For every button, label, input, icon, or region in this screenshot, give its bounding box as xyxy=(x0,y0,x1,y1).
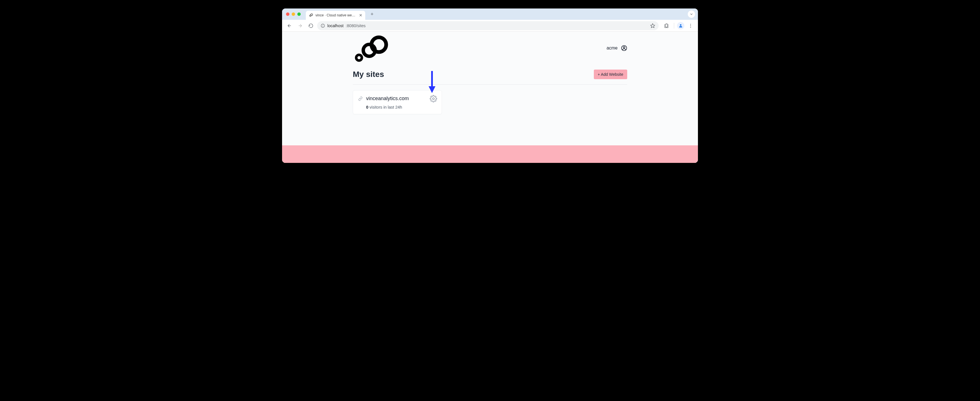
bookmark-button[interactable] xyxy=(650,23,655,28)
address-bar[interactable]: localhost:8080/sites xyxy=(317,21,659,30)
tab-strip: vince · Cloud native web anal ✕ + xyxy=(282,8,698,20)
svg-point-1 xyxy=(311,14,313,16)
profile-button[interactable] xyxy=(677,22,684,29)
site-info-icon[interactable] xyxy=(321,24,325,28)
user-avatar-icon xyxy=(621,45,627,51)
sites-grid: vinceanalytics.com 0 visitors in last 24… xyxy=(353,90,627,114)
site-settings-button[interactable] xyxy=(429,94,438,103)
browser-toolbar: localhost:8080/sites xyxy=(282,20,698,32)
add-website-button[interactable]: + Add Website xyxy=(594,70,627,79)
footer-band xyxy=(282,145,698,163)
forward-button[interactable] xyxy=(296,21,305,30)
title-row: My sites + Add Website xyxy=(353,70,627,84)
user-menu[interactable]: acme xyxy=(606,45,627,51)
user-label: acme xyxy=(606,46,617,51)
window-zoom-button[interactable] xyxy=(298,13,301,16)
app-header: acme xyxy=(353,32,627,62)
app-logo-icon[interactable] xyxy=(353,34,392,62)
reload-button[interactable] xyxy=(306,21,315,30)
toolbar-divider xyxy=(674,23,674,29)
tab-title: vince · Cloud native web anal xyxy=(315,13,357,17)
window-minimize-button[interactable] xyxy=(292,13,295,16)
tab-close-button[interactable]: ✕ xyxy=(359,13,363,18)
svg-point-16 xyxy=(623,46,625,48)
svg-point-17 xyxy=(433,98,434,100)
back-button[interactable] xyxy=(285,21,294,30)
browser-window: vince · Cloud native web anal ✕ + localh… xyxy=(282,8,698,163)
url-path: :8080/sites xyxy=(346,24,366,28)
site-visitors-line: 0 visitors in last 24h xyxy=(358,105,436,110)
tab-favicon-icon xyxy=(309,13,313,18)
window-controls xyxy=(286,13,301,16)
tabstrip-right xyxy=(688,11,695,18)
svg-marker-7 xyxy=(651,24,655,27)
svg-point-11 xyxy=(690,27,691,27)
url-host: localhost xyxy=(327,24,344,28)
page-title: My sites xyxy=(353,70,384,79)
svg-point-14 xyxy=(356,55,362,60)
browser-tab[interactable]: vince · Cloud native web anal ✕ xyxy=(306,11,365,20)
toolbar-right xyxy=(660,21,695,30)
svg-point-8 xyxy=(680,24,681,25)
new-tab-button[interactable]: + xyxy=(368,10,376,18)
visitors-count: 0 xyxy=(366,105,368,110)
visitors-suffix: visitors in last 24h xyxy=(368,105,402,110)
site-domain: vinceanalytics.com xyxy=(366,95,409,102)
window-close-button[interactable] xyxy=(286,13,290,16)
page-content: acme My sites + Add Website vinceanal xyxy=(282,32,698,163)
site-card[interactable]: vinceanalytics.com 0 visitors in last 24… xyxy=(353,90,442,114)
extensions-button[interactable] xyxy=(662,21,671,30)
browser-menu-button[interactable] xyxy=(686,21,695,30)
svg-point-10 xyxy=(690,25,691,26)
tabs-dropdown-button[interactable] xyxy=(688,11,695,18)
link-icon xyxy=(358,96,363,101)
svg-point-9 xyxy=(690,24,691,25)
